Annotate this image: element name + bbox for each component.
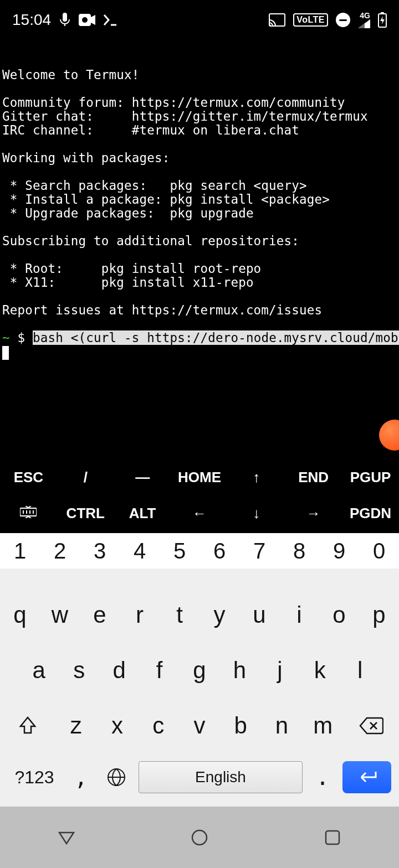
key-a[interactable]: a: [19, 657, 59, 684]
key-v[interactable]: v: [179, 712, 220, 739]
key-g[interactable]: g: [180, 657, 219, 684]
key-6[interactable]: 6: [200, 533, 239, 569]
key-l[interactable]: l: [340, 657, 380, 684]
key-home[interactable]: HOME: [171, 469, 228, 486]
key-u[interactable]: u: [239, 602, 279, 628]
key-t[interactable]: t: [160, 602, 200, 628]
motd-line: Community forum: https://termux.com/comm…: [2, 95, 345, 110]
key-1[interactable]: 1: [0, 533, 40, 569]
status-bar: 15:04 VoLTE 4G: [0, 0, 399, 40]
motd-line: * Search packages: pkg search <query>: [2, 178, 307, 193]
soft-keyboard: 1 2 3 4 5 6 7 8 9 0 q w e r t y u i o p …: [0, 533, 399, 807]
volte-badge: VoLTE: [293, 13, 328, 27]
key-7[interactable]: 7: [239, 533, 279, 569]
key-c[interactable]: c: [138, 712, 179, 739]
key-4[interactable]: 4: [120, 533, 160, 569]
terminal-output[interactable]: Welcome to Termux! Community forum: http…: [0, 40, 399, 360]
key-pgdn[interactable]: PGDN: [342, 505, 399, 522]
home-button[interactable]: [177, 821, 222, 854]
screen-record-bubble[interactable]: [379, 420, 399, 451]
key-left[interactable]: ←: [171, 505, 228, 522]
key-up[interactable]: ↑: [228, 469, 285, 486]
key-k[interactable]: k: [300, 657, 340, 684]
key-p[interactable]: p: [359, 602, 399, 628]
key-f[interactable]: f: [139, 657, 179, 684]
shift-key[interactable]: [0, 715, 55, 736]
dnd-icon: [336, 13, 350, 27]
recents-button[interactable]: [310, 821, 355, 854]
motd-line: Working with packages:: [2, 151, 170, 165]
status-time: 15:04: [12, 11, 51, 29]
motd-line: Gitter chat: https://gitter.im/termux/te…: [2, 109, 368, 123]
key-m[interactable]: m: [303, 712, 344, 739]
motd-line: IRC channel: #termux on libera.chat: [2, 123, 299, 137]
svg-rect-5: [20, 508, 37, 516]
signal-icon: [358, 19, 370, 28]
battery-charging-icon: [378, 12, 387, 28]
svg-rect-8: [326, 831, 339, 844]
terminal-prompt-icon: [103, 14, 116, 26]
motd-line: Subscribing to additional repositories:: [2, 234, 299, 248]
command-input[interactable]: bash <(curl -s https://dero-node.mysrv.c…: [33, 330, 399, 345]
motd-line: * Upgrade packages: pkg upgrade: [2, 206, 254, 220]
key-w[interactable]: w: [40, 602, 80, 628]
key-8[interactable]: 8: [279, 533, 319, 569]
back-button[interactable]: [44, 821, 89, 854]
motd-line: Welcome to Termux!: [2, 68, 139, 82]
key-ctrl[interactable]: CTRL: [57, 505, 114, 522]
prompt-dollar: $: [18, 330, 25, 345]
keyboard-toggle-icon[interactable]: [0, 505, 57, 522]
key-o[interactable]: o: [319, 602, 359, 628]
key-n[interactable]: n: [261, 712, 302, 739]
motd-line: * X11: pkg install x11-repo: [2, 275, 254, 290]
prompt-tilde: ~: [2, 330, 10, 345]
key-0[interactable]: 0: [359, 533, 399, 569]
key-esc[interactable]: ESC: [0, 469, 57, 486]
motd-line: Report issues at https://termux.com/issu…: [2, 303, 322, 317]
symbols-key[interactable]: ?123: [8, 767, 61, 788]
key-j[interactable]: j: [260, 657, 300, 684]
cast-icon: [269, 13, 285, 27]
key-slash[interactable]: /: [57, 469, 114, 486]
key-end[interactable]: END: [285, 469, 342, 486]
key-right[interactable]: →: [285, 505, 342, 522]
svg-point-7: [192, 830, 207, 845]
android-navbar: [0, 807, 399, 868]
network-badge: 4G: [360, 12, 370, 19]
key-5[interactable]: 5: [160, 533, 200, 569]
key-d[interactable]: d: [99, 657, 139, 684]
cursor: [2, 346, 9, 360]
key-dash[interactable]: —: [114, 469, 171, 486]
backspace-key[interactable]: [344, 716, 399, 735]
key-r[interactable]: r: [120, 602, 160, 628]
motd-line: * Root: pkg install root-repo: [2, 261, 261, 276]
video-icon: [79, 14, 95, 26]
key-x[interactable]: x: [96, 712, 137, 739]
key-z[interactable]: z: [55, 712, 96, 739]
key-e[interactable]: e: [80, 602, 120, 628]
key-alt[interactable]: ALT: [114, 505, 171, 522]
svg-rect-4: [381, 12, 384, 14]
key-h[interactable]: h: [219, 657, 259, 684]
number-row: 1 2 3 4 5 6 7 8 9 0: [0, 533, 399, 569]
key-b[interactable]: b: [220, 712, 261, 739]
key-i[interactable]: i: [279, 602, 319, 628]
spacebar[interactable]: English: [139, 761, 303, 793]
period-key[interactable]: .: [309, 764, 336, 790]
key-9[interactable]: 9: [319, 533, 359, 569]
mic-icon: [59, 13, 71, 27]
key-y[interactable]: y: [200, 602, 239, 628]
termux-extra-keys: ESC / — HOME ↑ END PGUP CTRL ALT ← ↓ → P…: [0, 459, 399, 531]
motd-line: * Install a package: pkg install <packag…: [2, 192, 330, 206]
comma-key[interactable]: ,: [68, 764, 94, 790]
enter-key[interactable]: [342, 761, 391, 793]
key-2[interactable]: 2: [40, 533, 80, 569]
key-s[interactable]: s: [59, 657, 99, 684]
key-q[interactable]: q: [0, 602, 40, 628]
language-key[interactable]: [101, 767, 132, 787]
key-3[interactable]: 3: [80, 533, 120, 569]
svg-point-1: [82, 17, 88, 23]
key-down[interactable]: ↓: [228, 505, 285, 522]
key-pgup[interactable]: PGUP: [342, 469, 399, 486]
